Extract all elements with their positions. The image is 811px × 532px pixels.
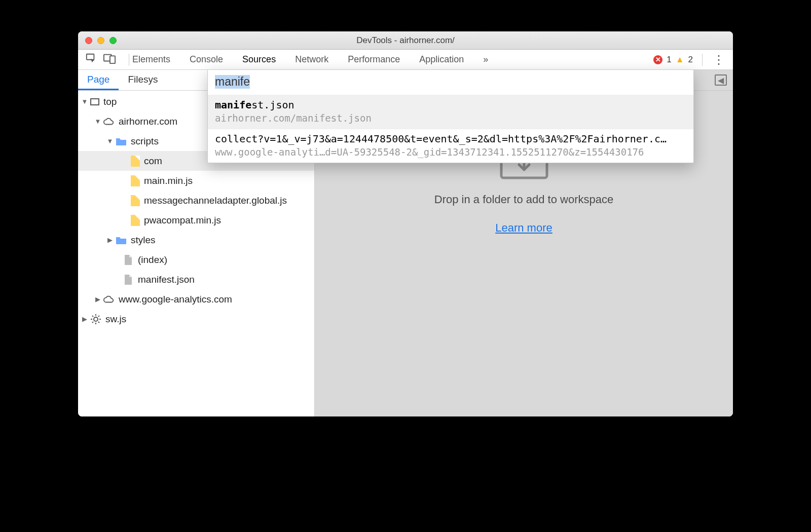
- tree-label: messagechanneladapter.global.js: [144, 195, 287, 206]
- js-file-icon: [131, 175, 140, 186]
- tree-label: pwacompat.min.js: [144, 215, 221, 226]
- js-file-icon: [131, 156, 140, 167]
- file-icon: [123, 274, 134, 285]
- result-path: www.google-analyti…d=UA-59325548-2&_gid=…: [215, 145, 686, 159]
- tree-label: manifest.json: [138, 274, 195, 285]
- js-file-icon: [131, 195, 140, 206]
- tree-label: sw.js: [105, 314, 126, 325]
- window-title: DevTools - airhorner.com/: [78, 35, 733, 46]
- tree-file[interactable]: • main.min.js: [78, 171, 314, 191]
- main-tabbar: Elements Console Sources Network Perform…: [78, 50, 733, 70]
- result-filename: collect?v=1&_v=j73&a=1244478500&t=event&…: [215, 133, 667, 145]
- tree-label: (index): [138, 254, 167, 265]
- tree-folder-styles[interactable]: ▶ styles: [78, 230, 314, 250]
- tree-label: main.min.js: [144, 175, 193, 186]
- svg-rect-2: [110, 56, 115, 63]
- gear-icon: [90, 314, 101, 325]
- tab-network[interactable]: Network: [295, 54, 328, 65]
- tree-label: styles: [131, 235, 156, 246]
- learn-more-link[interactable]: Learn more: [495, 221, 552, 235]
- tree-label: scripts: [131, 136, 159, 147]
- devtools-window: DevTools - airhorner.com/ Elements Conso…: [78, 31, 733, 416]
- toggle-debugger-sidebar-icon[interactable]: ◀: [715, 74, 727, 86]
- file-icon: [123, 254, 134, 265]
- kebab-menu-icon[interactable]: ⋮: [709, 53, 729, 67]
- folder-icon: [116, 136, 127, 147]
- frame-icon: [90, 98, 99, 105]
- tree-label: www.google-analytics.com: [119, 294, 232, 305]
- js-file-icon: [131, 215, 140, 226]
- result-path: airhorner.com/manifest.json: [215, 111, 686, 125]
- workspace-drop-text: Drop in a folder to add to workspace: [434, 193, 613, 206]
- open-file-input[interactable]: [208, 70, 693, 95]
- tabs-overflow[interactable]: »: [483, 54, 488, 65]
- tree-file[interactable]: • pwacompat.min.js: [78, 210, 314, 230]
- warning-count[interactable]: 2: [688, 55, 693, 65]
- tree-domain-ga[interactable]: ▶ www.google-analytics.com: [78, 289, 314, 309]
- subtab-filesystem[interactable]: Filesys: [119, 70, 167, 90]
- tab-elements[interactable]: Elements: [132, 54, 170, 65]
- match-highlight: manife: [215, 99, 251, 111]
- tree-file[interactable]: • messagechanneladapter.global.js: [78, 191, 314, 210]
- tree-service-worker[interactable]: ▶ sw.js: [78, 309, 314, 329]
- tab-console[interactable]: Console: [190, 54, 223, 65]
- tree-file[interactable]: • manifest.json: [78, 270, 314, 289]
- subtab-page[interactable]: Page: [78, 70, 119, 90]
- folder-icon: [116, 235, 127, 246]
- svg-rect-0: [87, 54, 94, 60]
- device-toggle-icon[interactable]: [103, 53, 116, 66]
- inspect-icon[interactable]: [85, 53, 96, 66]
- tree-label: airhorner.com: [119, 116, 177, 127]
- cloud-icon: [103, 116, 115, 127]
- tab-performance[interactable]: Performance: [348, 54, 400, 65]
- cloud-icon: [103, 294, 115, 305]
- palette-result[interactable]: collect?v=1&_v=j73&a=1244478500&t=event&…: [208, 129, 693, 163]
- error-count[interactable]: 1: [667, 55, 671, 65]
- tree-label: top: [103, 96, 117, 107]
- titlebar: DevTools - airhorner.com/: [78, 31, 733, 50]
- tree-label: com: [144, 156, 162, 167]
- warning-icon[interactable]: ▲: [676, 55, 684, 65]
- tab-sources[interactable]: Sources: [242, 54, 276, 65]
- panel-tabs: Elements Console Sources Network Perform…: [132, 54, 488, 65]
- tree-file[interactable]: • (index): [78, 250, 314, 270]
- palette-result[interactable]: manifest.json airhorner.com/manifest.jso…: [208, 95, 693, 129]
- match-rest: st.json: [251, 99, 294, 111]
- svg-point-3: [94, 317, 98, 321]
- tab-application[interactable]: Application: [419, 54, 464, 65]
- error-badge-icon[interactable]: ✕: [653, 55, 662, 64]
- open-file-palette: manifest.json airhorner.com/manifest.jso…: [207, 69, 694, 163]
